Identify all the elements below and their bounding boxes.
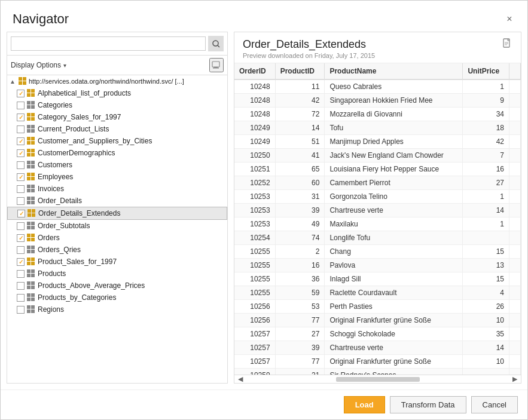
table-cell: 10255 <box>234 272 275 286</box>
table-cell: 10255 <box>234 286 275 300</box>
tree-item[interactable]: Order_Subtotals <box>7 220 227 232</box>
left-panel: Display Options ▾ ▲ http:/ <box>7 32 228 384</box>
tree-item[interactable]: Products_Above_Average_Prices <box>7 280 227 292</box>
dialog-body: Display Options ▾ ▲ http:/ <box>1 32 527 390</box>
item-checkbox[interactable] <box>17 246 25 254</box>
table-cell <box>463 369 509 375</box>
item-checkbox[interactable] <box>17 306 25 314</box>
item-label: Products_by_Categories <box>38 293 116 302</box>
tree-item[interactable]: Invoices <box>7 183 227 195</box>
display-options-label[interactable]: Display Options <box>11 61 61 69</box>
load-button[interactable]: Load <box>344 396 385 413</box>
item-checkbox[interactable] <box>17 258 25 266</box>
table-cell: 39 <box>275 204 325 217</box>
table-cell: Perth Pasties <box>325 300 463 314</box>
tree-root-item[interactable]: ▲ http://services.odata.org/northwind/no… <box>7 75 227 87</box>
display-options-arrow[interactable]: ▾ <box>63 62 66 69</box>
root-table-icon <box>19 77 27 85</box>
item-checkbox[interactable] <box>17 161 25 169</box>
tree-item[interactable]: Products <box>7 268 227 280</box>
item-checkbox[interactable] <box>17 197 25 205</box>
table-grid-icon <box>27 113 35 121</box>
table-cell: Raclette Courdavault <box>325 286 463 300</box>
table-cell: 10256 <box>234 300 275 314</box>
table-cell <box>509 135 521 149</box>
tree-item[interactable]: Categories <box>7 99 227 111</box>
tree-item[interactable]: Orders <box>7 232 227 244</box>
tree-item[interactable]: Product_Sales_for_1997 <box>7 256 227 268</box>
item-checkbox[interactable] <box>17 102 25 109</box>
table-cell: 39 <box>275 341 325 355</box>
table-cell: Pavlova <box>325 259 463 272</box>
search-button[interactable] <box>208 36 224 51</box>
tree-item[interactable]: Customers <box>7 159 227 171</box>
tree-item[interactable]: Customer_and_Suppliers_by_Cities <box>7 135 227 147</box>
table-cell: 77 <box>275 355 325 369</box>
table-row: 1025041Jack's New England Clam Chowder7 <box>234 149 521 163</box>
scroll-thumb[interactable] <box>336 377 420 382</box>
item-label: Orders_Qries <box>38 246 81 254</box>
table-container[interactable]: OrderIDProductIDProductNameUnitPrice 102… <box>234 63 521 375</box>
item-checkbox[interactable] <box>17 185 25 193</box>
tree-item[interactable]: Order_Details <box>7 195 227 207</box>
table-cell: Sir Rodney's Scones <box>325 369 463 375</box>
scroll-left-arrow[interactable]: ◀ <box>238 375 243 383</box>
search-icon <box>212 40 220 48</box>
table-cell <box>509 259 521 272</box>
tree-item[interactable]: Category_Sales_for_1997 <box>7 111 227 123</box>
scroll-right-arrow[interactable]: ▶ <box>512 375 517 383</box>
item-label: Employees <box>38 173 73 181</box>
tree-item[interactable]: CustomerDemographics <box>7 147 227 159</box>
item-checkbox[interactable] <box>17 173 25 181</box>
table-cell: 42 <box>463 135 509 149</box>
tree-item[interactable]: Products_by_Categories <box>7 292 227 303</box>
item-label: Products <box>38 269 66 278</box>
table-cell: Camembert Pierrot <box>325 176 463 190</box>
tree-item[interactable]: Order_Details_Extendeds <box>7 207 227 220</box>
close-button[interactable]: × <box>503 13 515 25</box>
preview-icon-button[interactable] <box>502 38 512 51</box>
table-cell: 10257 <box>234 355 275 369</box>
table-cell: 10253 <box>234 190 275 204</box>
table-cell: 34 <box>463 108 509 121</box>
search-input[interactable] <box>11 36 206 51</box>
refresh-button[interactable] <box>209 58 224 72</box>
table-cell: 11 <box>275 79 325 94</box>
item-checkbox[interactable] <box>17 137 25 145</box>
item-checkbox[interactable] <box>17 125 25 133</box>
item-checkbox[interactable] <box>17 222 25 230</box>
table-row: 1025677Original Frankfurter grüne Soße10 <box>234 314 521 327</box>
cancel-button[interactable]: Cancel <box>471 396 518 413</box>
table-cell: 14 <box>463 341 509 355</box>
item-checkbox[interactable] <box>17 234 25 242</box>
tree-item[interactable]: Orders_Qries <box>7 244 227 256</box>
svg-line-1 <box>218 45 219 47</box>
table-grid-icon <box>27 269 35 278</box>
table-cell: 74 <box>275 231 325 245</box>
item-checkbox[interactable] <box>17 210 25 217</box>
transform-data-button[interactable]: Transform Data <box>390 396 466 413</box>
table-grid-icon <box>27 246 35 254</box>
tree-item[interactable]: Employees <box>7 171 227 183</box>
tree-item[interactable]: Alphabetical_list_of_products <box>7 87 227 99</box>
item-checkbox[interactable] <box>17 149 25 157</box>
table-grid-icon <box>27 281 35 290</box>
item-checkbox[interactable] <box>17 114 25 121</box>
tree-item[interactable]: Regions <box>7 303 227 315</box>
item-checkbox[interactable] <box>17 90 25 97</box>
preview-title: Order_Details_Extendeds <box>243 38 375 51</box>
tree-item[interactable]: Current_Product_Lists <box>7 123 227 135</box>
table-cell <box>509 121 521 135</box>
item-checkbox[interactable] <box>17 270 25 278</box>
item-checkbox[interactable] <box>17 294 25 302</box>
column-header: OrderID <box>234 63 275 79</box>
table-cell: 15 <box>463 272 509 286</box>
horizontal-scrollbar[interactable]: ◀ ▶ <box>234 375 521 383</box>
table-cell <box>509 272 521 286</box>
item-checkbox[interactable] <box>17 282 25 290</box>
item-label: Alphabetical_list_of_products <box>38 89 131 97</box>
tree-container: ▲ http://services.odata.org/northwind/no… <box>7 75 227 383</box>
table-cell: 51 <box>275 135 325 149</box>
table-row: 1025739Chartreuse verte14 <box>234 341 521 355</box>
table-row: 102552Chang15 <box>234 245 521 259</box>
